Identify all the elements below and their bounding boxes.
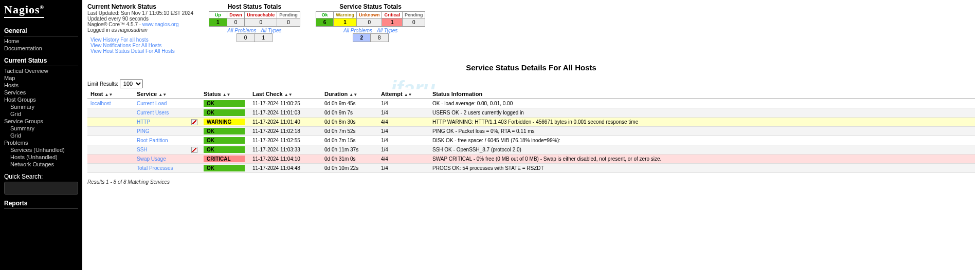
nav-hg-grid[interactable]: Grid <box>4 110 78 118</box>
view-host-status-link[interactable]: View Host Status Detail For All Hosts <box>90 48 193 54</box>
col-host[interactable]: Host ▲▼ <box>87 89 134 99</box>
col-lastcheck[interactable]: Last Check ▲▼ <box>249 89 321 99</box>
limit-label: Limit Results: <box>87 81 118 87</box>
table-row: PINGOK11-17-2024 11:02:180d 0h 7m 52s1/4… <box>87 127 975 136</box>
cell-last_check: 11-17-2024 11:03:33 <box>249 145 321 155</box>
nav-sg-summary[interactable]: Summary <box>4 125 78 132</box>
cell-last_check: 11-17-2024 11:02:18 <box>249 127 321 136</box>
nav-services[interactable]: Services <box>4 89 78 96</box>
col-status[interactable]: Status ▲▼ <box>201 89 249 99</box>
table-row: Total ProcessesOK11-17-2024 11:04:480d 0… <box>87 164 975 173</box>
svc-pending-count[interactable]: 0 <box>402 18 425 27</box>
cell-attempt: 1/4 <box>378 99 429 108</box>
service-link[interactable]: SSH <box>137 147 148 152</box>
cell-info: USERS OK - 2 users currently logged in <box>429 108 975 118</box>
section-general: General <box>4 27 78 36</box>
table-row: HTTPWARNING11-17-2024 11:01:400d 0h 8m 3… <box>87 118 975 127</box>
limit-select[interactable]: 100 <box>120 79 143 88</box>
svc-all-types-count[interactable]: 8 <box>371 34 389 42</box>
sort-duration[interactable]: ▲▼ <box>349 92 357 97</box>
th-ok[interactable]: Ok <box>316 12 334 18</box>
table-row: Root PartitionOK11-17-2024 11:02:550d 0h… <box>87 136 975 145</box>
view-history-link[interactable]: View History For all hosts <box>90 37 193 43</box>
nav-documentation[interactable]: Documentation <box>4 45 78 52</box>
cell-attempt: 1/4 <box>378 108 429 118</box>
host-all-problems[interactable]: All Problems <box>227 28 256 33</box>
status-title: Current Network Status <box>87 3 193 10</box>
host-all-problems-count[interactable]: 0 <box>237 34 255 42</box>
service-link[interactable]: HTTP <box>137 119 150 125</box>
col-info: Status Information <box>429 89 975 99</box>
col-duration[interactable]: Duration ▲▼ <box>321 89 378 99</box>
service-link[interactable]: Total Processes <box>137 165 173 171</box>
network-status-block: Current Network Status Last Updated: Sun… <box>87 3 193 54</box>
nav-servicegroups[interactable]: Service Groups <box>4 118 78 125</box>
cell-attempt: 4/4 <box>378 155 429 164</box>
svc-ok-count[interactable]: 6 <box>316 18 334 27</box>
sort-service[interactable]: ▲▼ <box>158 92 167 97</box>
host-up-count[interactable]: 1 <box>209 18 227 27</box>
host-unreach-count[interactable]: 0 <box>245 18 277 27</box>
cell-duration: 0d 0h 11m 37s <box>321 145 378 155</box>
service-link[interactable]: Root Partition <box>137 138 168 143</box>
host-down-count[interactable]: 0 <box>227 18 245 27</box>
host-all-types[interactable]: All Types <box>261 28 281 33</box>
cell-info: OK - load average: 0.00, 0.01, 0.00 <box>429 99 975 108</box>
service-totals-title: Service Status Totals <box>316 3 426 10</box>
nav-outages[interactable]: Network Outages <box>4 161 78 168</box>
status-badge: OK <box>204 165 245 171</box>
nav-tactical[interactable]: Tactical Overview <box>4 67 78 74</box>
host-all-types-count[interactable]: 1 <box>255 34 273 42</box>
service-link[interactable]: PING <box>137 128 149 134</box>
host-pending-count[interactable]: 0 <box>277 18 300 27</box>
th-down[interactable]: Down <box>227 12 245 18</box>
sort-host[interactable]: ▲▼ <box>105 92 113 97</box>
sort-status[interactable]: ▲▼ <box>223 92 231 97</box>
svc-warn-count[interactable]: 1 <box>334 18 357 27</box>
view-notifications-link[interactable]: View Notifications For All Hosts <box>90 43 193 48</box>
th-unreach[interactable]: Unreachable <box>245 12 277 18</box>
page-heading: Service Status Details For All Hosts <box>87 63 975 72</box>
service-link[interactable]: Swap Usage <box>137 156 166 162</box>
service-link[interactable]: Current Users <box>137 110 169 115</box>
cell-info: PING OK - Packet loss = 0%, RTA = 0.11 m… <box>429 127 975 136</box>
nav-hg-summary[interactable]: Summary <box>4 103 78 110</box>
th-warn[interactable]: Warning <box>334 12 357 18</box>
svc-crit-count[interactable]: 1 <box>382 18 403 27</box>
nav-sg-grid[interactable]: Grid <box>4 132 78 139</box>
svc-all-problems[interactable]: All Problems <box>343 28 372 33</box>
nav-map[interactable]: Map <box>4 74 78 82</box>
notifications-disabled-icon <box>191 147 197 153</box>
nav-home[interactable]: Home <box>4 37 78 45</box>
svc-all-types[interactable]: All Types <box>377 28 397 33</box>
th-crit[interactable]: Critical <box>382 12 403 18</box>
th-unk[interactable]: Unknown <box>356 12 382 18</box>
nav-problems[interactable]: Problems <box>4 139 78 146</box>
table-row: localhostCurrent LoadOK11-17-2024 11:00:… <box>87 99 975 108</box>
host-link[interactable]: localhost <box>90 101 111 106</box>
table-row: Swap UsageCRITICAL11-17-2024 11:04:100d … <box>87 155 975 164</box>
nav-hostgroups[interactable]: Host Groups <box>4 96 78 103</box>
svc-all-problems-count[interactable]: 2 <box>353 34 371 42</box>
nav-hosts[interactable]: Hosts <box>4 82 78 89</box>
section-current-status: Current Status <box>4 57 78 66</box>
cell-duration: 0d 0h 31m 0s <box>321 155 378 164</box>
sort-lastcheck[interactable]: ▲▼ <box>284 92 293 97</box>
col-attempt[interactable]: Attempt ▲▼ <box>378 89 429 99</box>
cell-duration: 0d 0h 9m 45s <box>321 99 378 108</box>
status-badge: OK <box>204 109 245 116</box>
table-row: SSHOK11-17-2024 11:03:330d 0h 11m 37s1/4… <box>87 145 975 155</box>
table-row: Current UsersOK11-17-2024 11:01:030d 0h … <box>87 108 975 118</box>
th-up[interactable]: Up <box>209 12 227 18</box>
nav-services-unhandled[interactable]: Services (Unhandled) <box>4 146 78 153</box>
th-pending[interactable]: Pending <box>277 12 300 18</box>
nav-hosts-unhandled[interactable]: Hosts (Unhandled) <box>4 153 78 161</box>
search-input[interactable] <box>4 182 78 195</box>
th-svc-pending[interactable]: Pending <box>402 12 425 18</box>
nagios-link[interactable]: www.nagios.org <box>142 22 179 27</box>
service-link[interactable]: Current Load <box>137 101 167 106</box>
sort-attempt[interactable]: ▲▼ <box>404 92 412 97</box>
svc-unk-count[interactable]: 0 <box>356 18 382 27</box>
cell-duration: 0d 0h 10m 22s <box>321 164 378 173</box>
col-service[interactable]: Service ▲▼ <box>134 89 201 99</box>
